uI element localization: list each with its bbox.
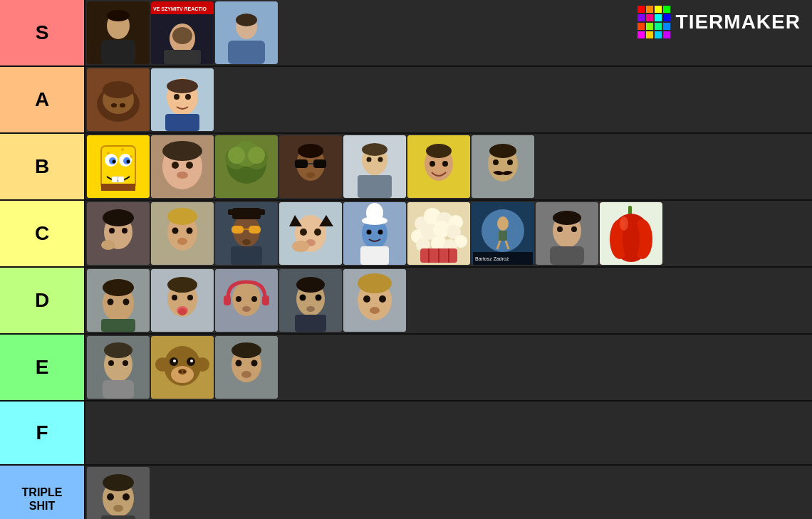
list-item[interactable]: [215, 202, 278, 265]
list-item[interactable]: [151, 202, 214, 265]
svg-rect-96: [232, 208, 261, 219]
list-item[interactable]: [215, 336, 278, 399]
svg-rect-167: [224, 295, 231, 305]
list-item[interactable]: [407, 202, 470, 265]
svg-rect-26: [165, 114, 199, 131]
list-item[interactable]: [536, 202, 598, 265]
svg-point-141: [553, 211, 581, 225]
list-item[interactable]: [87, 1, 150, 64]
svg-point-213: [123, 493, 130, 500]
svg-point-77: [507, 159, 513, 165]
logo-cell: [637, 31, 645, 38]
logo-cell: [637, 14, 645, 21]
list-item[interactable]: [407, 135, 470, 198]
tier-label-e: E: [0, 335, 85, 400]
list-item[interactable]: [600, 202, 662, 265]
tier-list: S: [0, 0, 812, 519]
svg-point-133: [497, 216, 509, 231]
svg-point-200: [183, 370, 186, 373]
svg-point-202: [195, 357, 209, 372]
svg-point-143: [571, 226, 577, 232]
svg-point-3: [111, 20, 125, 31]
svg-point-43: [162, 141, 202, 161]
svg-point-14: [236, 14, 257, 26]
list-item[interactable]: [87, 202, 150, 265]
svg-point-20: [103, 81, 134, 98]
logo-cell: [663, 6, 670, 13]
svg-point-66: [378, 157, 383, 162]
tier-row-a: A: [0, 67, 812, 134]
list-item[interactable]: [151, 269, 214, 332]
list-item[interactable]: [151, 135, 214, 198]
list-item[interactable]: [279, 202, 342, 265]
svg-point-106: [292, 241, 309, 252]
list-item[interactable]: [343, 202, 406, 265]
svg-point-160: [167, 277, 197, 293]
svg-point-171: [242, 306, 251, 312]
logo-cell: [637, 6, 645, 13]
list-item[interactable]: [472, 135, 534, 198]
svg-point-214: [113, 505, 123, 512]
list-item[interactable]: [87, 68, 150, 131]
svg-point-104: [314, 229, 321, 236]
svg-point-211: [103, 474, 134, 491]
logo-cell: [663, 31, 670, 38]
list-item[interactable]: [151, 336, 214, 399]
svg-point-103: [300, 229, 307, 236]
svg-rect-215: [101, 515, 135, 519]
logo-cell: [646, 23, 653, 30]
svg-point-205: [231, 342, 261, 358]
list-item[interactable]: [151, 68, 214, 131]
svg-point-33: [113, 160, 116, 164]
svg-rect-134: [499, 231, 507, 241]
logo-cell: [637, 23, 645, 30]
svg-point-170: [251, 296, 257, 302]
logo-cell: [646, 6, 653, 13]
svg-point-45: [186, 162, 193, 169]
svg-point-83: [101, 240, 115, 250]
list-item[interactable]: [215, 1, 278, 64]
svg-rect-58: [313, 159, 326, 168]
svg-point-4: [107, 10, 130, 21]
list-item[interactable]: [87, 269, 150, 332]
list-item[interactable]: [343, 135, 406, 198]
tier-row-d: D: [0, 268, 812, 335]
tier-label-triple-shit: TRIPLESHIT: [0, 466, 85, 519]
list-item[interactable]: [87, 336, 150, 399]
svg-point-110: [366, 203, 383, 223]
tier-row-f: F: [0, 402, 812, 466]
svg-rect-93: [249, 226, 261, 234]
logo-cell: [663, 14, 670, 21]
list-item[interactable]: [279, 135, 342, 198]
list-item[interactable]: VE SZYMITV REACTIO: [151, 1, 214, 64]
list-item[interactable]: [87, 135, 150, 198]
svg-point-181: [358, 273, 392, 293]
svg-point-65: [367, 157, 372, 162]
tiermaker-logo: TiERMAKER: [637, 6, 801, 38]
list-item[interactable]: Bartosz Zadroż: [472, 202, 534, 265]
svg-point-64: [362, 143, 387, 156]
logo-cell: [646, 31, 653, 38]
logo-cell: [646, 14, 653, 21]
svg-rect-63: [358, 175, 392, 198]
logo-cell: [655, 14, 662, 21]
list-item[interactable]: [343, 269, 406, 332]
svg-point-38: [107, 152, 110, 154]
list-item[interactable]: [215, 135, 278, 198]
svg-point-70: [430, 161, 435, 167]
svg-point-201: [155, 357, 170, 372]
list-item[interactable]: [87, 467, 150, 519]
tier-label-f: F: [0, 402, 85, 464]
logo-grid: [637, 6, 670, 38]
svg-point-164: [178, 308, 187, 315]
svg-point-23: [167, 79, 198, 93]
svg-point-56: [298, 144, 323, 158]
svg-point-60: [306, 172, 315, 178]
tier-label-a: A: [0, 67, 85, 132]
svg-point-112: [378, 230, 383, 235]
svg-rect-190: [103, 380, 134, 399]
logo-cell: [655, 23, 662, 30]
list-item[interactable]: [279, 269, 342, 332]
list-item[interactable]: [215, 269, 278, 332]
svg-text:Bartosz Zadroż: Bartosz Zadroż: [475, 256, 509, 261]
